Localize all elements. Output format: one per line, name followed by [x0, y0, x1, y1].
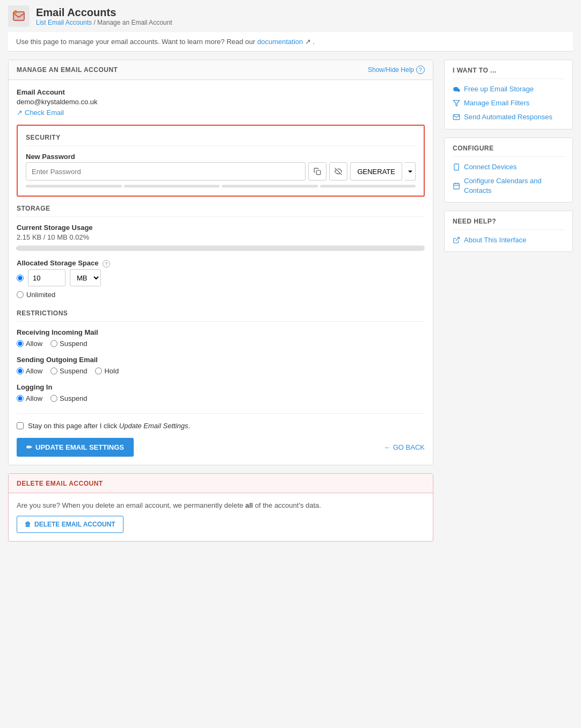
delete-warning: Are you sure? When you delete an email a… [17, 501, 425, 509]
current-usage-label: Current Storage Usage [17, 224, 425, 232]
logging-allow-label[interactable]: Allow [17, 394, 42, 402]
main-content: MANAGE AN EMAIL ACCOUNT Show/Hide Help ?… [8, 60, 433, 542]
logging-allow-radio[interactable] [17, 395, 24, 402]
page-header: Email Accounts List Email Accounts / Man… [8, 5, 573, 27]
logging-in-block: Logging In Allow Suspend [17, 383, 425, 402]
page-title: Email Accounts [36, 6, 172, 19]
trash-icon: 🗑 [25, 521, 31, 528]
allocated-help-icon: ? [103, 260, 110, 268]
generate-dropdown-btn[interactable] [405, 162, 416, 181]
unlimited-label: Unlimited [26, 291, 55, 299]
outgoing-hold-radio[interactable] [95, 367, 102, 374]
description-text: Use this page to manage your email accou… [16, 38, 255, 46]
documentation-link[interactable]: documentation [257, 38, 303, 46]
security-section: SECURITY New Password [17, 125, 425, 197]
page-icon [8, 5, 30, 27]
update-email-settings-button[interactable]: ✏ UPDATE EMAIL SETTINGS [17, 438, 134, 457]
sidebar-item-manage-filters[interactable]: Manage Email Filters [453, 98, 564, 108]
outgoing-allow-label[interactable]: Allow [17, 367, 42, 375]
outgoing-label: Sending Outgoing Email [17, 356, 425, 364]
help-icon: ? [416, 66, 425, 74]
incoming-allow-radio[interactable] [17, 340, 24, 347]
password-input[interactable] [26, 162, 306, 181]
storage-space-row: MB GB [17, 269, 425, 286]
header-text: Email Accounts List Email Accounts / Man… [36, 6, 172, 26]
sidebar-configure-title: CONFIGURE [453, 145, 564, 157]
stay-on-page-checkbox[interactable] [17, 422, 24, 429]
logging-suspend-radio[interactable] [50, 395, 57, 402]
cloud-icon [453, 85, 460, 93]
delete-email-card: DELETE EMAIL ACCOUNT Are you sure? When … [8, 473, 433, 542]
go-back-link[interactable]: ← GO BACK [384, 443, 425, 451]
manage-card-title: MANAGE AN EMAIL ACCOUNT [17, 66, 118, 74]
password-row: GENERATE [26, 162, 416, 181]
filter-icon [453, 99, 460, 107]
storage-title: STORAGE [17, 205, 425, 217]
delete-email-account-button[interactable]: 🗑 DELETE EMAIL ACCOUNT [17, 516, 124, 533]
sidebar: I WANT TO ... Free up Email Storage Mana… [444, 60, 573, 260]
copy-password-btn[interactable] [308, 162, 326, 181]
strength-bars [26, 185, 416, 188]
sidebar-item-about-interface[interactable]: About This Interface [453, 235, 564, 245]
outgoing-suspend-label[interactable]: Suspend [50, 367, 87, 375]
delete-card-title: DELETE EMAIL ACCOUNT [17, 480, 103, 487]
unlimited-radio[interactable] [17, 291, 24, 298]
storage-progress-bar [17, 246, 425, 251]
delete-card-header: DELETE EMAIL ACCOUNT [9, 474, 433, 493]
incoming-suspend-label[interactable]: Suspend [50, 340, 87, 348]
logging-options: Allow Suspend [17, 394, 425, 402]
generate-password-btn[interactable]: GENERATE [350, 162, 402, 181]
incoming-suspend-radio[interactable] [50, 340, 57, 347]
current-usage-value: 2.15 KB / 10 MB 0.02% [17, 233, 425, 241]
delete-card-body: Are you sure? When you delete an email a… [9, 493, 433, 541]
sidebar-iwantto-widget: I WANT TO ... Free up Email Storage Mana… [444, 60, 573, 129]
show-hide-help-link[interactable]: Show/Hide Help ? [368, 66, 425, 74]
new-password-label: New Password [26, 153, 416, 161]
check-email-link[interactable]: ↗ Check Email [17, 109, 64, 117]
outgoing-suspend-radio[interactable] [50, 367, 57, 374]
manage-card-body: Email Account demo@krystaldemo.co.uk ↗ C… [9, 80, 433, 465]
external-icon: ↗ [305, 38, 311, 46]
sidebar-item-free-up-storage[interactable]: Free up Email Storage [453, 84, 564, 94]
sidebar-help-widget: NEED HELP? About This Interface [444, 211, 573, 252]
external-link-icon: ↗ [17, 109, 23, 117]
calendar-icon [453, 182, 460, 190]
sidebar-iwantto-title: I WANT TO ... [453, 67, 564, 79]
unlimited-row: Unlimited [17, 291, 425, 299]
logging-suspend-label[interactable]: Suspend [50, 394, 87, 402]
restrictions-title: RESTRICTIONS [17, 309, 425, 322]
storage-set-radio[interactable] [17, 275, 24, 282]
email-account-value: demo@krystaldemo.co.uk [17, 98, 425, 106]
incoming-allow-label[interactable]: Allow [17, 340, 42, 348]
email-account-label: Email Account [17, 88, 425, 96]
svg-rect-3 [317, 170, 321, 175]
sidebar-item-send-automated[interactable]: Send Automated Responses [453, 112, 564, 122]
breadcrumb-list-link[interactable]: List Email Accounts [36, 19, 92, 26]
manage-email-card: MANAGE AN EMAIL ACCOUNT Show/Hide Help ?… [8, 60, 433, 465]
pencil-icon: ✏ [26, 443, 32, 451]
outgoing-allow-radio[interactable] [17, 367, 24, 374]
incoming-mail-block: Receiving Incoming Mail Allow Suspend [17, 328, 425, 348]
incoming-options: Allow Suspend [17, 340, 425, 348]
allocated-label: Allocated Storage Space ? [17, 259, 425, 268]
security-title: SECURITY [26, 134, 416, 146]
arrow-icon: ← [384, 443, 391, 451]
outgoing-options: Allow Suspend Hold [17, 367, 425, 375]
svg-marker-6 [453, 100, 460, 106]
sidebar-item-configure-calendars[interactable]: Configure Calendars and Contacts [453, 176, 564, 196]
footer-buttons: ✏ UPDATE EMAIL SETTINGS ← GO BACK [17, 438, 425, 457]
storage-unit-select[interactable]: MB GB [70, 269, 101, 286]
toggle-password-btn[interactable] [329, 162, 347, 181]
restrictions-section: RESTRICTIONS Receiving Incoming Mail All… [17, 309, 425, 402]
storage-amount-input[interactable] [28, 269, 66, 286]
description-bar: Use this page to manage your email accou… [8, 32, 573, 52]
svg-point-2 [14, 10, 17, 13]
stay-on-page-row: Stay on this page after I click Update E… [17, 413, 425, 430]
storage-section: STORAGE Current Storage Usage 2.15 KB / … [17, 205, 425, 299]
stay-on-page-text: Stay on this page after I click Update E… [28, 422, 190, 430]
sidebar-configure-widget: CONFIGURE Connect Devices Configure Cale… [444, 138, 573, 203]
sidebar-help-title: NEED HELP? [453, 218, 564, 230]
sidebar-item-connect-devices[interactable]: Connect Devices [453, 162, 564, 172]
outgoing-mail-block: Sending Outgoing Email Allow Suspend [17, 356, 425, 375]
outgoing-hold-label[interactable]: Hold [95, 367, 119, 375]
